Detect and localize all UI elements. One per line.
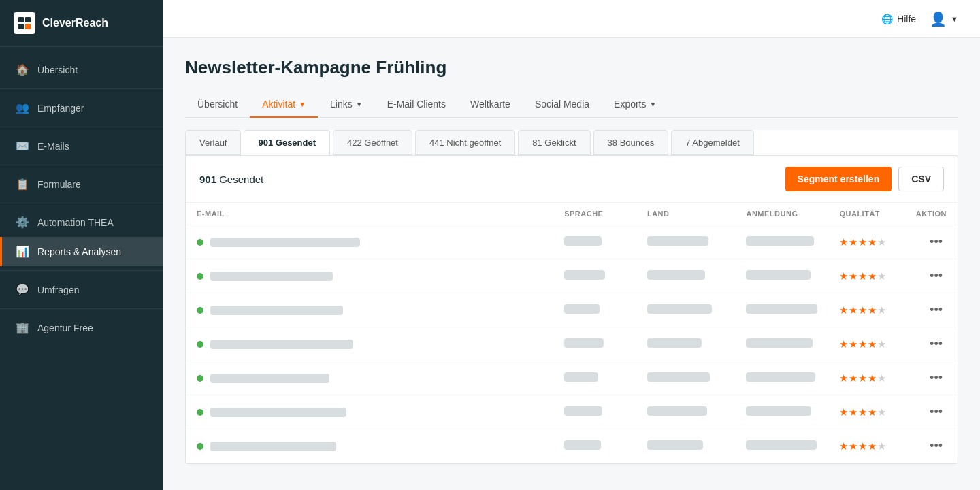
star-filled-icon: ★ <box>868 406 877 418</box>
tab-aktivitat[interactable]: Aktivität ▼ <box>250 92 318 118</box>
email-skeleton <box>210 238 360 247</box>
sidebar-item-umfragen[interactable]: 💬 Umfragen <box>0 275 163 304</box>
star-filled-icon: ★ <box>849 372 858 384</box>
status-dot <box>197 341 203 348</box>
anmeldung-skeleton <box>746 372 815 382</box>
home-icon: 🏠 <box>16 63 29 76</box>
chevron-down-icon: ▼ <box>299 101 306 108</box>
aktion-cell: ••• <box>905 429 958 463</box>
table-row: ★★★★★ ••• <box>186 225 958 259</box>
nav-divider-6 <box>0 308 163 309</box>
sidebar-item-emails[interactable]: ✉️ E-Mails <box>0 131 163 161</box>
tab-links[interactable]: Links ▼ <box>318 92 375 118</box>
sidebar-item-label: E-Mails <box>37 141 69 152</box>
star-filled-icon: ★ <box>868 440 877 452</box>
email-skeleton <box>210 408 346 417</box>
table-row: ★★★★★ ••• <box>186 429 958 463</box>
sidebar-item-formulare[interactable]: 📋 Formulare <box>0 169 163 199</box>
email-cell <box>186 361 553 395</box>
star-empty-icon: ★ <box>877 338 887 350</box>
star-filled-icon: ★ <box>849 406 858 418</box>
sidebar-item-automation-thea[interactable]: ⚙️ Automation THEA <box>0 208 163 237</box>
land-cell <box>636 361 736 395</box>
sub-tab-geklickt[interactable]: 81 Geklickt <box>518 130 590 155</box>
sub-tab-verlauf[interactable]: Verlauf <box>185 130 241 155</box>
segment-erstellen-button[interactable]: Segment erstellen <box>785 167 892 191</box>
email-cell <box>186 225 553 259</box>
more-options-button[interactable]: ••• <box>926 336 947 353</box>
sidebar-item-empfanger[interactable]: 👥 Empfänger <box>0 93 163 122</box>
more-options-button[interactable]: ••• <box>926 233 947 250</box>
sub-tab-nicht-geoffnet[interactable]: 441 Nicht geöffnet <box>415 130 515 155</box>
email-cell <box>186 259 553 293</box>
status-dot <box>197 273 203 280</box>
sidebar-item-label: Agentur Free <box>37 323 93 333</box>
sprache-cell <box>553 259 636 293</box>
tab-email-clients[interactable]: E-Mail Clients <box>375 92 458 118</box>
status-dot <box>197 409 203 416</box>
land-cell <box>636 395 736 429</box>
status-dot <box>197 307 203 314</box>
user-menu[interactable]: 👤 ▼ <box>930 11 958 27</box>
nav-divider-5 <box>0 270 163 271</box>
sub-tab-geoffnet[interactable]: 422 Geöffnet <box>333 130 412 155</box>
aktion-cell: ••• <box>905 293 958 327</box>
more-options-button[interactable]: ••• <box>926 438 947 455</box>
star-empty-icon: ★ <box>877 304 887 316</box>
chevron-down-icon: ▼ <box>951 15 958 23</box>
land-skeleton <box>647 338 702 348</box>
star-filled-icon: ★ <box>858 440 868 452</box>
star-filled-icon: ★ <box>839 270 849 282</box>
star-filled-icon: ★ <box>868 270 877 282</box>
anmeldung-cell <box>735 361 828 395</box>
table-row: ★★★★★ ••• <box>186 259 958 293</box>
aktion-cell: ••• <box>905 327 958 361</box>
more-options-button[interactable]: ••• <box>926 267 947 284</box>
star-filled-icon: ★ <box>868 304 877 316</box>
sprache-skeleton <box>564 270 605 280</box>
land-skeleton <box>647 270 705 280</box>
table-row: ★★★★★ ••• <box>186 327 958 361</box>
land-skeleton <box>647 236 708 246</box>
nav-divider-1 <box>0 88 163 89</box>
col-header-aktion: AKTION <box>905 203 958 225</box>
tab-social-media[interactable]: Social Media <box>523 92 602 118</box>
sub-tab-abgemeldet[interactable]: 7 Abgemeldet <box>671 130 754 155</box>
sidebar-navigation: 🏠 Übersicht 👥 Empfänger ✉️ E-Mails 📋 For… <box>0 47 163 490</box>
sub-tab-gesendet[interactable]: 901 Gesendet <box>244 130 330 155</box>
qualitat-cell: ★★★★★ <box>828 429 904 463</box>
tab-ubersicht[interactable]: Übersicht <box>185 92 250 118</box>
star-filled-icon: ★ <box>839 406 849 418</box>
more-options-button[interactable]: ••• <box>926 404 947 421</box>
sidebar-item-ubersicht[interactable]: 🏠 Übersicht <box>0 55 163 84</box>
email-skeleton <box>210 340 353 349</box>
more-options-button[interactable]: ••• <box>926 370 947 387</box>
sprache-skeleton <box>564 372 598 382</box>
tab-exports[interactable]: Exports ▼ <box>602 92 668 118</box>
mail-icon: ✉️ <box>16 140 29 152</box>
land-skeleton <box>647 372 710 382</box>
help-label: Hilfe <box>897 14 916 24</box>
anmeldung-cell <box>735 293 828 327</box>
aktion-cell: ••• <box>905 259 958 293</box>
sidebar-item-reports-analysen[interactable]: 📊 Reports & Analysen <box>0 237 163 266</box>
star-filled-icon: ★ <box>858 406 868 418</box>
star-empty-icon: ★ <box>877 440 887 452</box>
sprache-cell <box>553 395 636 429</box>
sidebar-item-label: Automation THEA <box>37 217 114 228</box>
table-row: ★★★★★ ••• <box>186 293 958 327</box>
star-filled-icon: ★ <box>868 338 877 350</box>
csv-button[interactable]: CSV <box>898 167 944 191</box>
email-cell <box>186 327 553 361</box>
tab-weltkarte[interactable]: Weltkarte <box>458 92 523 118</box>
sidebar-item-label: Reports & Analysen <box>37 246 121 257</box>
sidebar-item-agentur-free[interactable]: 🏢 Agentur Free <box>0 313 163 342</box>
sub-tab-bounces[interactable]: 38 Bounces <box>593 130 669 155</box>
nav-divider-4 <box>0 203 163 203</box>
users-icon: 👥 <box>16 101 29 114</box>
more-options-button[interactable]: ••• <box>926 301 947 318</box>
status-dot <box>197 239 203 246</box>
star-filled-icon: ★ <box>839 236 849 248</box>
help-button[interactable]: 🌐 Hilfe <box>881 14 916 24</box>
star-empty-icon: ★ <box>877 236 887 248</box>
